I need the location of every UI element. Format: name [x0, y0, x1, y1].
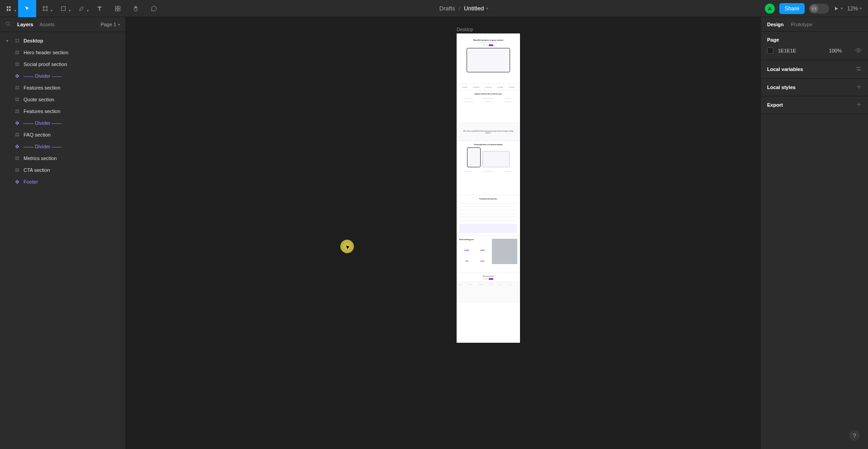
hero-subtitle: Powerful, self-serve product and growth …	[478, 42, 498, 43]
pen-tool-button[interactable]: ▾	[72, 0, 91, 17]
autolayout-icon	[14, 62, 20, 66]
svg-rect-8	[118, 9, 120, 10]
local-variables-section: Local variables	[761, 60, 868, 79]
component-icon	[14, 144, 20, 149]
help-button[interactable]: ?	[849, 430, 860, 441]
layer-row[interactable]: Social proof section	[0, 58, 125, 70]
page-bg-hex[interactable]: 1E1E1E	[778, 48, 796, 53]
tab-layers[interactable]: Layers	[17, 22, 33, 27]
file-title-text: Untitled	[464, 5, 484, 12]
chevron-down-icon: ▾	[118, 23, 120, 27]
layer-row[interactable]: Features section	[0, 82, 125, 94]
present-button[interactable]: ▾	[834, 6, 843, 11]
layer-row[interactable]: —— Divider ——	[0, 70, 125, 82]
export-section: Export	[761, 96, 868, 114]
metrics-heading: Build something great	[459, 239, 490, 248]
chevron-down-icon: ▾	[841, 6, 843, 10]
dev-mode-toggle[interactable]	[809, 4, 829, 14]
layer-label: —— Divider ——	[24, 144, 62, 149]
page-background-row[interactable]: 1E1E1E 100%	[767, 47, 862, 54]
shape-tool-button[interactable]: ▾	[54, 0, 72, 17]
metric-value: 600%	[475, 249, 490, 259]
plus-icon[interactable]	[856, 84, 862, 90]
move-tool-button[interactable]: ▾	[18, 0, 36, 17]
top-toolbar: ▾ ▾ ▾ ▾ ▾ Drafts /	[0, 0, 868, 17]
share-button[interactable]: Share	[779, 3, 805, 14]
toolbar-right-group: A Share ▾ 12% ▾	[765, 3, 868, 14]
tab-prototype[interactable]: Prototype	[791, 22, 812, 27]
layer-row[interactable]: CTA section	[0, 164, 125, 176]
search-icon[interactable]	[5, 21, 11, 28]
layer-row[interactable]: Hero header section	[0, 47, 125, 58]
metric-value: 10k	[459, 260, 474, 270]
hero-title: Beautiful analytics to grow smarter	[473, 39, 504, 41]
page-selector[interactable]: Page 1 ▾	[100, 22, 120, 27]
tab-assets[interactable]: Assets	[39, 22, 54, 27]
zoom-value: 12%	[847, 5, 858, 12]
right-panel: Design Prototype Page 1E1E1E 100% Local …	[760, 17, 868, 449]
dev-mode-icon	[810, 5, 818, 13]
settings-icon[interactable]	[855, 66, 862, 73]
file-title[interactable]: Untitled ▾	[464, 5, 488, 12]
plus-icon[interactable]	[856, 102, 862, 108]
layer-label: CTA section	[24, 167, 50, 173]
layer-row[interactable]: Features section	[0, 105, 125, 117]
hand-tool-button[interactable]	[127, 0, 145, 17]
layer-row[interactable]: —— Divider ——	[0, 117, 125, 129]
canvas[interactable]: Desktop Beautiful analytics to grow smar…	[126, 17, 760, 449]
chevron-down-icon: ▾	[14, 9, 16, 13]
layer-row[interactable]: Metrics section	[0, 152, 125, 164]
component-icon	[14, 180, 20, 184]
chevron-down-icon: ▾	[69, 9, 71, 13]
resources-tool-button[interactable]	[109, 0, 127, 17]
cta-section-preview: Start your free trial	[457, 273, 520, 282]
breadcrumb-separator: /	[458, 5, 460, 12]
layer-label: Desktop	[24, 38, 43, 43]
layer-list: ▾DesktopHero header sectionSocial proof …	[0, 32, 125, 449]
layer-row[interactable]: Quote section	[0, 94, 125, 105]
zoom-dropdown[interactable]: 12% ▾	[847, 5, 862, 12]
svg-rect-23	[15, 159, 19, 160]
layer-row[interactable]: ▾Desktop	[0, 35, 125, 47]
svg-rect-4	[62, 6, 66, 10]
svg-rect-18	[15, 110, 19, 111]
svg-rect-1	[9, 6, 11, 8]
page-section-title: Page	[767, 37, 862, 43]
text-tool-button[interactable]	[91, 0, 109, 17]
footer-preview: ProductCompanyResourcesUse casesSocialLe…	[457, 282, 520, 303]
quote-section-preview: We've been using Untitled to kick start …	[457, 123, 520, 141]
metrics-section-preview: Build something great 4,000+ 600% 10k 20…	[457, 236, 520, 273]
layer-row[interactable]: FAQ section	[0, 129, 125, 141]
layer-row[interactable]: —— Divider ——	[0, 141, 125, 152]
breadcrumb-drafts[interactable]: Drafts	[439, 5, 455, 12]
chevron-down-icon: ▾	[33, 9, 34, 13]
frame-tool-button[interactable]: ▾	[36, 0, 54, 17]
chevron-down-icon: ▾	[860, 6, 862, 10]
hero-section-preview: Beautiful analytics to grow smarter Powe…	[457, 33, 520, 84]
frame-label[interactable]: Desktop	[457, 27, 473, 32]
faq-section-preview: Frequently asked questions	[457, 195, 520, 236]
layer-label: —— Divider ——	[24, 120, 62, 126]
export-title: Export	[767, 102, 783, 108]
features-section-preview: Analytics that feels like it's from the …	[457, 90, 520, 123]
autolayout-icon	[14, 156, 20, 161]
component-icon	[14, 121, 20, 125]
layer-row[interactable]: Footer	[0, 176, 125, 188]
layer-label: Metrics section	[24, 156, 57, 161]
svg-rect-11	[15, 53, 19, 54]
svg-rect-19	[15, 112, 19, 113]
main-menu-button[interactable]: ▾	[0, 0, 18, 17]
expand-caret-icon[interactable]: ▾	[6, 39, 11, 43]
svg-rect-7	[115, 9, 117, 10]
svg-rect-5	[115, 6, 117, 8]
tab-design[interactable]: Design	[767, 22, 784, 27]
layer-label: Quote section	[24, 97, 54, 102]
color-swatch[interactable]	[767, 47, 773, 54]
layer-label: Features section	[24, 85, 60, 90]
adv-title: Cutting-edge features for advanced analy…	[474, 144, 503, 146]
artboard-desktop[interactable]: Beautiful analytics to grow smarter Powe…	[457, 33, 520, 343]
avatar[interactable]: A	[765, 4, 775, 14]
comment-tool-button[interactable]	[145, 0, 163, 17]
page-bg-opacity[interactable]: 100%	[829, 48, 842, 53]
visibility-icon[interactable]	[855, 47, 862, 54]
